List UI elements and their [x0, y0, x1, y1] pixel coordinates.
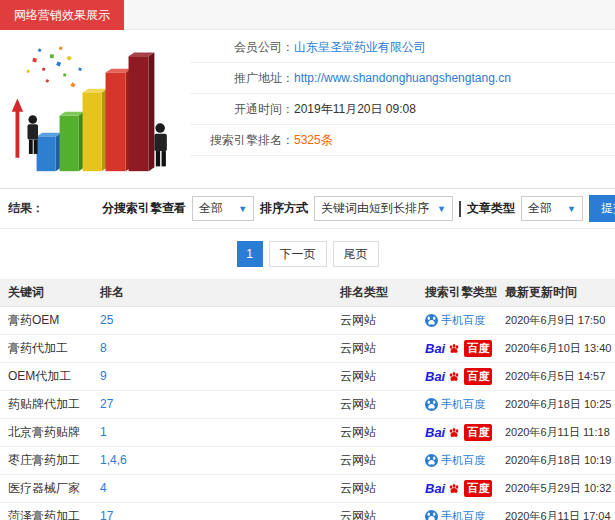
time-cell: 2020年6月9日 17:50 [497, 306, 615, 334]
engine-cell: Bai 百度 [417, 418, 497, 446]
info-section: 会员公司： 山东皇圣堂药业有限公司 推广地址： http://www.shand… [0, 30, 615, 188]
rank-type-cell: 云网站 [332, 502, 417, 520]
rank-type-cell: 云网站 [332, 362, 417, 390]
sort-select-value: 关键词由短到长排序 [321, 200, 429, 217]
rank-link[interactable]: 4 [100, 481, 107, 495]
keyword-cell: 医疗器械厂家 [0, 474, 92, 502]
engine-cell: 手机百度 [417, 306, 497, 334]
info-row-url: 推广地址： http://www.shandonghuangshengtang.… [190, 63, 615, 94]
mobile-baidu-icon [425, 398, 438, 411]
result-label: 结果： [8, 200, 44, 217]
keyword-cell: 枣庄膏药加工 [0, 446, 92, 474]
keyword-cell: 药贴牌代加工 [0, 390, 92, 418]
table-row: 药贴牌代加工 27 云网站 手机百度 2020年6月18日 10:25 [0, 390, 615, 418]
engine-cell: 手机百度 [417, 502, 497, 520]
rank-type-cell: 云网站 [332, 390, 417, 418]
keyword-cell: 菏泽膏药加工 [0, 502, 92, 520]
engine-rank-label: 搜索引擎排名： [190, 125, 294, 155]
rank-link[interactable]: 8 [100, 341, 107, 355]
keyword-cell: 膏药代加工 [0, 334, 92, 362]
submit-button[interactable]: 提交 [589, 195, 615, 222]
rank-type-cell: 云网站 [332, 446, 417, 474]
growth-chart-illustration [0, 30, 190, 185]
rank-link[interactable]: 27 [100, 397, 113, 411]
table-row: 膏药代加工 8 云网站 Bai 百度 2020年6月10日 13:40 [0, 334, 615, 362]
last-page-button[interactable]: 尾页 [333, 241, 379, 267]
page-title-tab: 网络营销效果展示 [0, 0, 124, 30]
table-row: 北京膏药贴牌 1 云网站 Bai 百度 2020年6月11日 11:18 [0, 418, 615, 446]
company-link[interactable]: 山东皇圣堂药业有限公司 [294, 32, 426, 62]
baidu-paw-icon [448, 427, 460, 438]
bar-chart-graphic [4, 32, 186, 182]
table-row: 枣庄膏药加工 1,4,6 云网站 手机百度 2020年6月18日 10:19 [0, 446, 615, 474]
mobile-baidu-label: 手机百度 [441, 453, 485, 468]
mobile-baidu-icon [425, 510, 438, 520]
rank-type-cell: 云网站 [332, 306, 417, 334]
engine-cell: Bai 百度 [417, 474, 497, 502]
page: 网络营销效果展示 [0, 0, 615, 520]
baidu-logo: Bai 百度 [425, 368, 492, 385]
baidu-paw-icon [448, 371, 460, 382]
info-row-rank: 搜索引擎排名： 5325 条 [190, 125, 615, 156]
rank-link[interactable]: 9 [100, 369, 107, 383]
company-label: 会员公司： [190, 32, 294, 62]
keyword-cell: 北京膏药贴牌 [0, 418, 92, 446]
rank-link[interactable]: 1,4,6 [100, 453, 127, 467]
promo-url-label: 推广地址： [190, 63, 294, 93]
topbar: 网络营销效果展示 [0, 0, 615, 30]
sort-select[interactable]: 关键词由短到长排序 ▼ [314, 196, 453, 221]
page-title: 网络营销效果展示 [14, 8, 110, 22]
chevron-down-icon: ▼ [567, 204, 576, 214]
mobile-baidu-label: 手机百度 [441, 509, 485, 520]
header-rank: 排名 [92, 279, 332, 306]
filter-controls: 分搜索引擎查看 全部 ▼ 排序方式 关键词由短到长排序 ▼ 文章类型 全部 ▼ … [102, 195, 615, 222]
article-type-label: 文章类型 [467, 200, 515, 217]
sort-label: 排序方式 [260, 200, 308, 217]
engine-select-value: 全部 [199, 200, 223, 217]
baidu-logo: Bai 百度 [425, 424, 492, 441]
info-row-company: 会员公司： 山东皇圣堂药业有限公司 [190, 32, 615, 63]
header-rank-type: 排名类型 [332, 279, 417, 306]
time-cell: 2020年5月29日 10:32 [497, 474, 615, 502]
keyword-cell: OEM代加工 [0, 362, 92, 390]
filter-bar: 结果： 分搜索引擎查看 全部 ▼ 排序方式 关键词由短到长排序 ▼ 文章类型 全… [0, 188, 615, 229]
article-type-select[interactable]: 全部 ▼ [521, 196, 583, 221]
promo-url-link[interactable]: http://www.shandonghuangshengtang.cn [294, 63, 511, 93]
header-engine-type: 搜索引擎类型 [417, 279, 497, 306]
header-keyword: 关键词 [0, 279, 92, 306]
baidu-logo: Bai 百度 [425, 340, 492, 357]
vertical-divider [459, 201, 461, 217]
rank-link[interactable]: 1 [100, 425, 107, 439]
engine-cell: Bai 百度 [417, 334, 497, 362]
engine-cell: Bai 百度 [417, 362, 497, 390]
time-cell: 2020年6月18日 10:19 [497, 446, 615, 474]
table-header-row: 关键词 排名 排名类型 搜索引擎类型 最新更新时间 [0, 279, 615, 306]
baidu-paw-icon [448, 483, 460, 494]
mobile-baidu-icon [425, 314, 438, 327]
businessman-left [27, 115, 38, 154]
chevron-down-icon: ▼ [437, 204, 446, 214]
open-time-label: 开通时间： [190, 94, 294, 124]
engine-rank-unit: 条 [321, 125, 333, 155]
mobile-baidu-label: 手机百度 [441, 313, 485, 328]
header-update-time: 最新更新时间 [497, 279, 615, 306]
baidu-paw-icon [448, 343, 460, 354]
results-table: 关键词 排名 排名类型 搜索引擎类型 最新更新时间 膏药OEM 25 云网站 手… [0, 279, 615, 520]
page-1-button[interactable]: 1 [237, 241, 263, 267]
time-cell: 2020年6月10日 13:40 [497, 334, 615, 362]
table-row: OEM代加工 9 云网站 Bai 百度 2020年6月5日 14:57 [0, 362, 615, 390]
engine-cell: 手机百度 [417, 446, 497, 474]
mobile-baidu-icon [425, 454, 438, 467]
baidu-logo: Bai 百度 [425, 480, 492, 497]
rank-link[interactable]: 25 [100, 313, 113, 327]
engine-select[interactable]: 全部 ▼ [192, 196, 254, 221]
pagination: 1 下一页 尾页 [0, 229, 615, 279]
rank-link[interactable]: 17 [100, 509, 113, 520]
open-time-value: 2019年11月20日 09:08 [294, 94, 416, 124]
table-row: 菏泽膏药加工 17 云网站 手机百度 2020年6月11日 17:04 [0, 502, 615, 520]
rank-type-cell: 云网站 [332, 418, 417, 446]
mobile-baidu-label: 手机百度 [441, 397, 485, 412]
engine-cell: 手机百度 [417, 390, 497, 418]
rank-type-cell: 云网站 [332, 334, 417, 362]
next-page-button[interactable]: 下一页 [269, 241, 327, 267]
